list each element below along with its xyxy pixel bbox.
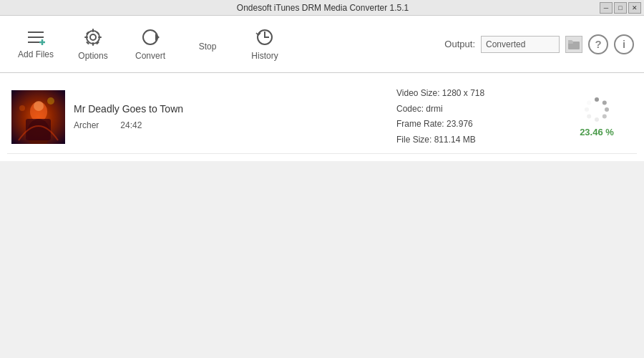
video-size: Video Size: 1280 x 718 [396, 86, 561, 102]
svg-rect-7 [92, 29, 94, 32]
svg-point-30 [605, 107, 609, 112]
codec: Codec: drmi [396, 102, 561, 117]
title-bar-text: Ondesoft iTunes DRM Media Converter 1.5.… [46, 3, 600, 13]
svg-rect-20 [568, 42, 573, 44]
frame-rate: Frame Rate: 23.976 [396, 117, 561, 132]
help-button[interactable]: ? [588, 34, 608, 54]
svg-point-26 [47, 97, 54, 105]
spinner-dots [584, 97, 610, 122]
svg-rect-8 [92, 42, 94, 46]
duration: 24:42 [120, 120, 142, 130]
svg-point-31 [602, 114, 607, 118]
maximize-button[interactable]: □ [614, 2, 627, 14]
output-label: Output: [444, 39, 475, 49]
minimize-button[interactable]: ─ [600, 2, 613, 14]
history-icon [255, 28, 274, 47]
progress-percentage: 23.46 % [580, 127, 614, 137]
options-label: Options [78, 51, 107, 61]
file-meta: Archer 24:42 [74, 120, 396, 130]
history-label: History [251, 51, 278, 61]
title-bar: Ondesoft iTunes DRM Media Converter 1.5.… [0, 0, 644, 16]
toolbar-right: Output: ? i [444, 34, 634, 54]
svg-point-28 [595, 97, 599, 102]
svg-rect-10 [98, 37, 102, 38]
svg-point-27 [19, 105, 25, 111]
help-icon: ? [595, 38, 601, 50]
add-files-icon [26, 29, 45, 45]
history-button[interactable]: History [236, 19, 293, 69]
thumbnail-inner: ARCHER [11, 90, 65, 144]
toolbar: Add Files Options [0, 16, 644, 73]
info-icon: i [623, 38, 625, 50]
progress-area: 23.46 % [561, 97, 633, 137]
file-info-left: Mr Deadly Goes to Town Archer 24:42 [74, 103, 396, 130]
file-item: ARCHER [7, 80, 637, 154]
svg-rect-9 [84, 37, 88, 38]
thumbnail: ARCHER [11, 90, 65, 144]
svg-point-34 [585, 107, 589, 112]
title-bar-buttons: ─ □ ✕ [600, 2, 641, 14]
svg-rect-14 [96, 31, 99, 34]
add-files-button[interactable]: Add Files [7, 19, 64, 69]
svg-point-6 [90, 34, 96, 40]
file-size: File Size: 811.14 MB [396, 132, 561, 148]
close-button[interactable]: ✕ [628, 2, 641, 14]
stop-button[interactable]: Stop [179, 19, 236, 69]
convert-label: Convert [135, 51, 165, 61]
options-button[interactable]: Options [64, 19, 122, 69]
info-button[interactable]: i [614, 34, 634, 54]
stop-label: Stop [199, 42, 217, 52]
output-input[interactable] [481, 36, 560, 53]
content-area: ARCHER [0, 73, 644, 161]
svg-point-35 [587, 100, 591, 105]
file-specs: Video Size: 1280 x 718 Codec: drmi Frame… [396, 86, 561, 147]
add-files-label: Add Files [18, 49, 54, 59]
file-title: Mr Deadly Goes to Town [74, 103, 396, 115]
series-name: Archer [74, 120, 99, 130]
svg-point-24 [34, 101, 44, 111]
folder-button[interactable] [565, 36, 582, 53]
svg-point-33 [587, 114, 591, 118]
svg-point-32 [595, 117, 599, 122]
spinner [584, 97, 610, 122]
options-icon [84, 28, 102, 47]
convert-icon [141, 28, 160, 47]
convert-button[interactable]: Convert [122, 19, 179, 69]
svg-point-29 [602, 100, 607, 105]
